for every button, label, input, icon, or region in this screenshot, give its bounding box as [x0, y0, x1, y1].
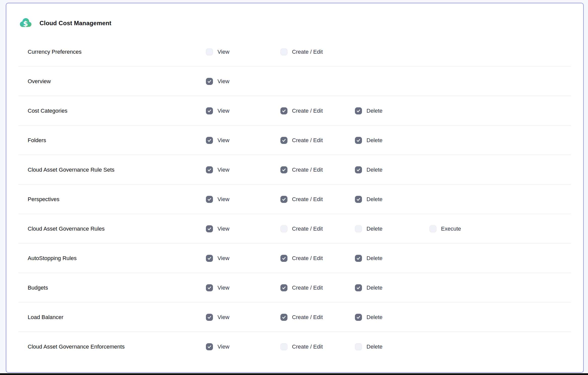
create-edit-checkbox[interactable]	[280, 196, 287, 203]
permission-row-cloud-asset-governance-rule-sets: Cloud Asset Governance Rule SetsViewCrea…	[6, 155, 583, 184]
permission-option-view[interactable]: View	[206, 196, 229, 203]
checkmark-icon	[281, 167, 286, 172]
checkmark-icon	[207, 344, 212, 349]
permission-option-create-edit[interactable]: Create / Edit	[280, 255, 323, 262]
permission-option-create-edit[interactable]: Create / Edit	[280, 225, 323, 232]
create-edit-checkbox[interactable]	[280, 255, 287, 262]
permission-row-currency-preferences: Currency PreferencesViewCreate / Edit	[6, 37, 583, 67]
delete-checkbox[interactable]	[355, 166, 362, 173]
permission-row-cloud-asset-governance-rules: Cloud Asset Governance RulesViewCreate /…	[6, 214, 583, 243]
checkbox-label: Delete	[366, 108, 383, 114]
permission-option-create-edit[interactable]: Create / Edit	[280, 314, 323, 321]
delete-checkbox[interactable]	[355, 343, 362, 350]
delete-checkbox[interactable]	[355, 284, 362, 291]
create-edit-checkbox[interactable]	[280, 314, 287, 321]
checkmark-icon	[207, 315, 212, 320]
create-edit-checkbox[interactable]	[280, 107, 287, 114]
checkbox-label: View	[217, 167, 229, 173]
view-checkbox[interactable]	[206, 78, 213, 85]
view-checkbox[interactable]	[206, 255, 213, 262]
view-checkbox[interactable]	[206, 314, 213, 321]
checkbox-label: Delete	[366, 137, 383, 144]
permission-option-delete[interactable]: Delete	[355, 225, 383, 232]
checkbox-label: Create / Edit	[292, 226, 323, 232]
permission-option-create-edit[interactable]: Create / Edit	[280, 137, 323, 144]
permission-resource-label: AutoStopping Rules	[28, 255, 77, 262]
permission-option-view[interactable]: View	[206, 107, 229, 114]
checkmark-icon	[207, 226, 212, 231]
permission-option-create-edit[interactable]: Create / Edit	[280, 48, 323, 55]
execute-checkbox[interactable]	[429, 225, 436, 232]
checkbox-label: View	[217, 255, 229, 262]
view-checkbox[interactable]	[206, 48, 213, 55]
permission-option-view[interactable]: View	[206, 166, 229, 173]
permission-option-delete[interactable]: Delete	[355, 343, 383, 350]
permission-option-create-edit[interactable]: Create / Edit	[280, 343, 323, 350]
checkbox-label: View	[217, 196, 229, 203]
checkmark-icon	[356, 197, 361, 202]
permission-row-perspectives: PerspectivesViewCreate / EditDelete	[6, 184, 583, 214]
permission-option-view[interactable]: View	[206, 314, 229, 321]
permission-option-view[interactable]: View	[206, 284, 229, 291]
permission-option-delete[interactable]: Delete	[355, 166, 383, 173]
permission-option-view[interactable]: View	[206, 225, 229, 232]
create-edit-checkbox[interactable]	[280, 166, 287, 173]
checkbox-label: View	[217, 285, 229, 291]
delete-checkbox[interactable]	[355, 255, 362, 262]
checkmark-icon	[281, 256, 286, 261]
checkmark-icon	[207, 256, 212, 261]
permission-row-budgets: BudgetsViewCreate / EditDelete	[6, 273, 583, 302]
permission-option-delete[interactable]: Delete	[355, 255, 383, 262]
permission-resource-label: Cloud Asset Governance Rules	[28, 226, 105, 232]
checkmark-icon	[356, 315, 361, 320]
checkmark-icon	[281, 197, 286, 202]
permission-resource-label: Overview	[28, 78, 51, 85]
view-checkbox[interactable]	[206, 166, 213, 173]
create-edit-checkbox[interactable]	[280, 48, 287, 55]
permission-option-create-edit[interactable]: Create / Edit	[280, 196, 323, 203]
permission-resource-label: Cloud Asset Governance Rule Sets	[28, 167, 115, 173]
permission-option-view[interactable]: View	[206, 78, 229, 85]
permission-option-view[interactable]: View	[206, 343, 229, 350]
create-edit-checkbox[interactable]	[280, 343, 287, 350]
delete-checkbox[interactable]	[355, 107, 362, 114]
view-checkbox[interactable]	[206, 225, 213, 232]
delete-checkbox[interactable]	[355, 196, 362, 203]
permission-option-create-edit[interactable]: Create / Edit	[280, 284, 323, 291]
permission-option-view[interactable]: View	[206, 137, 229, 144]
permission-resource-label: Budgets	[28, 285, 48, 291]
view-checkbox[interactable]	[206, 284, 213, 291]
delete-checkbox[interactable]	[355, 225, 362, 232]
permission-option-execute[interactable]: Execute	[429, 225, 461, 232]
page-background: $ Cloud Cost Management Currency Prefere…	[0, 0, 588, 375]
permission-row-cloud-asset-governance-enforcements: Cloud Asset Governance EnforcementsViewC…	[6, 332, 583, 361]
permission-option-create-edit[interactable]: Create / Edit	[280, 166, 323, 173]
delete-checkbox[interactable]	[355, 137, 362, 144]
permission-row-folders: FoldersViewCreate / EditDelete	[6, 126, 583, 155]
view-checkbox[interactable]	[206, 107, 213, 114]
permission-option-create-edit[interactable]: Create / Edit	[280, 107, 323, 114]
permission-option-delete[interactable]: Delete	[355, 284, 383, 291]
checkbox-label: Delete	[366, 285, 383, 291]
delete-checkbox[interactable]	[355, 314, 362, 321]
permission-resource-label: Cloud Asset Governance Enforcements	[28, 343, 125, 350]
permission-option-delete[interactable]: Delete	[355, 137, 383, 144]
create-edit-checkbox[interactable]	[280, 225, 287, 232]
permission-option-delete[interactable]: Delete	[355, 314, 383, 321]
create-edit-checkbox[interactable]	[280, 137, 287, 144]
view-checkbox[interactable]	[206, 196, 213, 203]
checkbox-label: Delete	[366, 167, 383, 173]
permissions-card: $ Cloud Cost Management Currency Prefere…	[6, 3, 584, 373]
checkbox-label: Execute	[441, 226, 461, 232]
permission-option-view[interactable]: View	[206, 255, 229, 262]
checkbox-label: Create / Edit	[292, 108, 323, 114]
checkbox-label: View	[217, 49, 229, 55]
permission-option-delete[interactable]: Delete	[355, 107, 383, 114]
permission-row-cost-categories: Cost CategoriesViewCreate / EditDelete	[6, 96, 583, 126]
checkbox-label: Delete	[366, 314, 383, 321]
view-checkbox[interactable]	[206, 137, 213, 144]
permission-option-delete[interactable]: Delete	[355, 196, 383, 203]
create-edit-checkbox[interactable]	[280, 284, 287, 291]
view-checkbox[interactable]	[206, 343, 213, 350]
permission-option-view[interactable]: View	[206, 48, 229, 55]
